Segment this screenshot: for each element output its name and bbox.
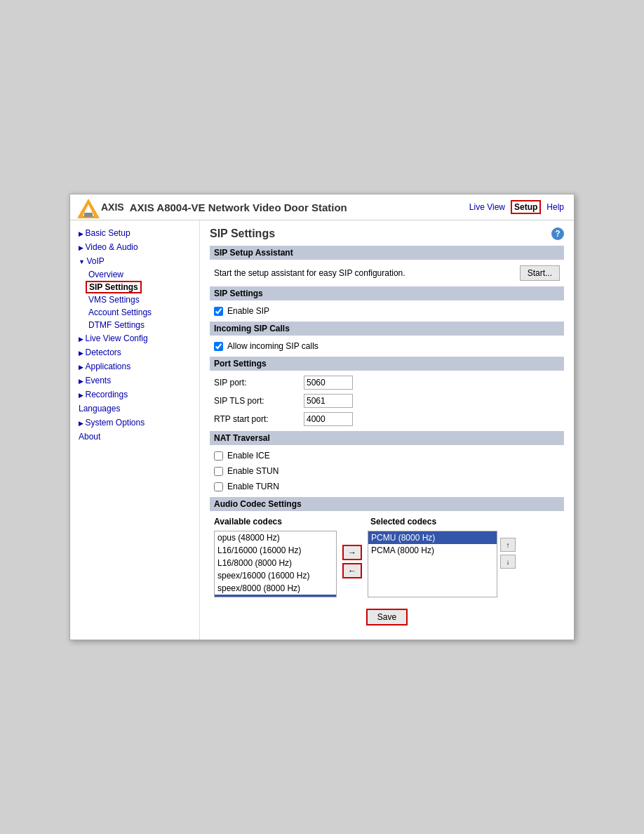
sip-tls-port-label: SIP TLS port: xyxy=(214,396,298,406)
logo-text: AXIS xyxy=(101,201,124,213)
section-codec: Audio Codec Settings xyxy=(210,497,564,511)
sidebar-item-voip[interactable]: VoIP xyxy=(70,254,199,268)
header: AXIS AXIS A8004-VE Network Video Door St… xyxy=(70,194,574,220)
start-button[interactable]: Start... xyxy=(520,265,560,281)
assistant-description: Start the setup assistant for easy SIP c… xyxy=(214,268,405,278)
save-button[interactable]: Save xyxy=(366,609,408,626)
selected-list-area: PCMU (8000 Hz) PCMA (8000 Hz) ↑ ↓ xyxy=(368,531,516,597)
order-buttons: ↑ ↓ xyxy=(500,531,516,569)
available-codecs-label: Available codecs xyxy=(214,517,282,527)
rtp-port-input[interactable] xyxy=(304,412,353,426)
available-codecs-list[interactable]: opus (48000 Hz) L16/16000 (16000 Hz) L16… xyxy=(214,531,337,597)
rtp-port-row: RTP start port: xyxy=(210,410,564,428)
sidebar-item-detectors[interactable]: Detectors xyxy=(70,345,199,359)
move-left-button[interactable]: ← xyxy=(342,563,362,578)
svg-rect-2 xyxy=(84,213,93,217)
enable-turn-label: Enable TURN xyxy=(227,482,279,491)
enable-sip-checkbox[interactable] xyxy=(214,307,223,316)
sidebar: Basic Setup Video & Audio VoIP Overview … xyxy=(70,220,200,640)
sip-port-row: SIP port: xyxy=(210,373,564,392)
sidebar-item-applications[interactable]: Applications xyxy=(70,359,199,373)
section-sip-settings: SIP Settings xyxy=(210,286,564,300)
help-link[interactable]: Help xyxy=(544,201,567,213)
section-setup-assistant: SIP Setup Assistant xyxy=(210,246,564,260)
sip-port-input[interactable] xyxy=(304,376,353,390)
section-port-settings: Port Settings xyxy=(210,357,564,371)
sip-tls-port-input[interactable] xyxy=(304,394,353,408)
save-row: Save xyxy=(210,602,564,633)
content-area: SIP Settings ? SIP Setup Assistant Start… xyxy=(200,220,574,640)
sidebar-item-basic-setup[interactable]: Basic Setup xyxy=(70,226,199,240)
sidebar-sub-sip-settings[interactable]: SIP Settings xyxy=(86,281,142,293)
enable-stun-checkbox[interactable] xyxy=(214,467,223,476)
enable-turn-checkbox[interactable] xyxy=(214,482,223,491)
enable-turn-row: Enable TURN xyxy=(210,479,564,494)
setup-link[interactable]: Setup xyxy=(511,200,541,214)
axis-logo xyxy=(77,199,97,216)
sidebar-item-recordings[interactable]: Recordings xyxy=(70,388,199,402)
allow-incoming-label: Allow incoming SIP calls xyxy=(227,341,318,351)
sidebar-item-about[interactable]: About xyxy=(70,430,199,444)
voip-sub-menu: Overview SIP Settings VMS Settings Accou… xyxy=(70,268,199,331)
move-up-button[interactable]: ↑ xyxy=(500,538,516,552)
selected-codec-pcmu[interactable]: PCMU (8000 Hz) xyxy=(368,531,497,544)
codec-section: opus (48000 Hz) L16/16000 (16000 Hz) L16… xyxy=(210,527,564,602)
product-title: AXIS A8004-VE Network Video Door Station xyxy=(130,201,461,213)
codec-l16-16000[interactable]: L16/16000 (16000 Hz) xyxy=(215,544,336,557)
sidebar-item-video-audio[interactable]: Video & Audio xyxy=(70,240,199,254)
move-right-button[interactable]: → xyxy=(342,545,362,560)
rtp-port-label: RTP start port: xyxy=(214,414,298,424)
enable-ice-checkbox[interactable] xyxy=(214,451,223,461)
enable-sip-label: Enable SIP xyxy=(227,306,269,316)
page-title-row: SIP Settings ? xyxy=(210,227,564,240)
selected-codec-pcma[interactable]: PCMA (8000 Hz) xyxy=(368,544,497,557)
sidebar-sub-vms-settings[interactable]: VMS Settings xyxy=(86,293,199,306)
codec-header-row: Available codecs Selected codecs xyxy=(210,514,564,527)
section-nat: NAT Traversal xyxy=(210,431,564,445)
sidebar-item-system-options[interactable]: System Options xyxy=(70,416,199,430)
codec-arrows: → ← xyxy=(342,531,362,578)
sip-port-label: SIP port: xyxy=(214,378,298,388)
page-title: SIP Settings xyxy=(210,227,275,240)
enable-sip-row: Enable SIP xyxy=(210,303,564,319)
live-view-link[interactable]: Live View xyxy=(467,201,508,213)
sidebar-sub-dtmf-settings[interactable]: DTMF Settings xyxy=(86,319,199,331)
sip-tls-port-row: SIP TLS port: xyxy=(210,392,564,410)
section-incoming-calls: Incoming SIP Calls xyxy=(210,322,564,336)
enable-ice-label: Enable ICE xyxy=(227,451,270,461)
move-down-button[interactable]: ↓ xyxy=(500,555,516,569)
enable-stun-row: Enable STUN xyxy=(210,463,564,479)
codec-speex-16000[interactable]: speex/16000 (16000 Hz) xyxy=(215,569,336,582)
codec-speex-8000[interactable]: speex/8000 (8000 Hz) xyxy=(215,582,336,595)
main-layout: Basic Setup Video & Audio VoIP Overview … xyxy=(70,220,574,640)
sidebar-item-live-view-config[interactable]: Live View Config xyxy=(70,331,199,345)
sidebar-sub-overview[interactable]: Overview xyxy=(86,268,199,281)
enable-stun-label: Enable STUN xyxy=(227,466,279,476)
allow-incoming-row: Allow incoming SIP calls xyxy=(210,338,564,354)
codec-l16-8000[interactable]: L16/8000 (8000 Hz) xyxy=(215,557,336,569)
assistant-row: Start the setup assistant for easy SIP c… xyxy=(210,263,564,284)
sidebar-item-events[interactable]: Events xyxy=(70,373,199,388)
allow-incoming-checkbox[interactable] xyxy=(214,342,223,351)
help-icon[interactable]: ? xyxy=(551,227,564,240)
enable-ice-row: Enable ICE xyxy=(210,448,564,463)
selected-codecs-list[interactable]: PCMU (8000 Hz) PCMA (8000 Hz) xyxy=(368,531,497,597)
codec-opus[interactable]: opus (48000 Hz) xyxy=(215,531,336,544)
sidebar-item-languages[interactable]: Languages xyxy=(70,402,199,416)
nav-links: Live View Setup Help xyxy=(467,200,567,214)
codec-g726[interactable]: G.726-32 (8000 Hz) xyxy=(215,595,336,597)
selected-codecs-label: Selected codecs xyxy=(370,517,436,527)
logo-area: AXIS xyxy=(77,199,124,216)
sidebar-sub-account-settings[interactable]: Account Settings xyxy=(86,306,199,319)
